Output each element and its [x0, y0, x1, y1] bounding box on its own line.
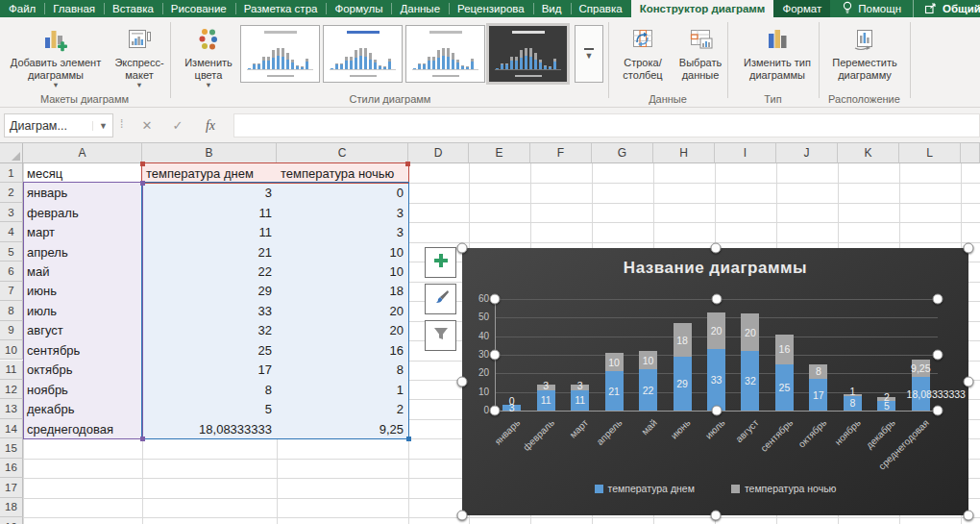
cell[interactable]: 25	[142, 340, 277, 360]
cell[interactable]: 22	[142, 262, 277, 281]
row-header-5[interactable]: 5	[0, 242, 23, 262]
row-column-button[interactable]: Строка/ столбец	[615, 19, 671, 98]
cancel-entry-button[interactable]: ✕	[135, 113, 159, 137]
row-header-6[interactable]: 6	[0, 262, 23, 281]
cell[interactable]: июнь	[23, 282, 142, 301]
ribbon-tab-1[interactable]: Файл	[0, 0, 44, 17]
ribbon-tab-3[interactable]: Вставка	[104, 0, 162, 17]
legend-item[interactable]: температура ночью	[731, 483, 837, 494]
row-header-17[interactable]: 17	[0, 478, 23, 497]
row-header-13[interactable]: 13	[0, 399, 23, 418]
cell[interactable]: 2	[277, 399, 408, 418]
change-colors-button[interactable]: Изменить цвета ▼	[177, 19, 240, 98]
cell[interactable]: декабрь	[23, 399, 142, 418]
selection-handle[interactable]	[933, 350, 943, 361]
help-button[interactable]: Помощн	[830, 0, 913, 17]
cell[interactable]: 21	[142, 242, 277, 262]
chart-title[interactable]: Название диаграммы	[462, 259, 968, 278]
formula-input[interactable]	[233, 113, 980, 137]
row-header-4[interactable]: 4	[0, 222, 23, 241]
row-header-11[interactable]: 11	[0, 361, 23, 380]
selection-handle[interactable]	[933, 294, 943, 305]
cell[interactable]: 3	[142, 183, 277, 202]
ribbon-tab-5[interactable]: Разметка стра	[235, 0, 327, 17]
column-header-G[interactable]: G	[592, 143, 653, 163]
ribbon-tab-2[interactable]: Главная	[44, 0, 104, 17]
row-header-9[interactable]: 9	[0, 321, 23, 340]
cell[interactable]: 3	[277, 222, 408, 241]
chart-style-thumb-3[interactable]	[405, 25, 485, 83]
selection-handle[interactable]	[964, 377, 974, 387]
row-header-7[interactable]: 7	[0, 282, 23, 301]
cell[interactable]: 16	[277, 340, 408, 360]
select-data-button[interactable]: Выбрать данные	[673, 19, 728, 98]
ribbon-tab-6[interactable]: Формулы	[326, 0, 391, 17]
cell[interactable]: сентябрь	[23, 340, 142, 360]
selection-handle[interactable]	[964, 511, 974, 521]
cell[interactable]: 8	[142, 380, 277, 399]
name-box[interactable]: Диаграм... ▼	[4, 113, 113, 137]
chart[interactable]: Название диаграммы010203040506030январь1…	[462, 248, 968, 515]
column-header-A[interactable]: A	[23, 143, 142, 163]
cell[interactable]: ноябрь	[23, 380, 142, 399]
selection-handle[interactable]	[933, 406, 943, 416]
column-header-L[interactable]: L	[899, 143, 961, 163]
chart-legend[interactable]: температура днемтемпература ночью	[462, 483, 968, 494]
cell[interactable]: июль	[23, 301, 142, 320]
formula-bar-grip[interactable]: ⁞	[120, 117, 123, 131]
chart-filters-button[interactable]	[425, 320, 456, 351]
column-header-F[interactable]: F	[530, 143, 592, 163]
cell[interactable]: 1	[277, 380, 408, 399]
cell[interactable]: январь	[23, 183, 142, 202]
row-header-14[interactable]: 14	[0, 419, 23, 438]
cell[interactable]: 3	[277, 203, 408, 222]
move-chart-button[interactable]: Переместить диаграмму	[824, 19, 905, 98]
cell[interactable]: февраль	[23, 203, 142, 222]
row-header-15[interactable]: 15	[0, 438, 23, 458]
cell[interactable]: октябрь	[23, 361, 142, 380]
selection-handle[interactable]	[711, 406, 722, 416]
cell[interactable]: 8	[277, 361, 408, 380]
ribbon-tab-7[interactable]: Данные	[391, 0, 449, 17]
cell[interactable]: май	[23, 262, 142, 281]
legend-item[interactable]: температура днем	[595, 483, 695, 494]
column-header-I[interactable]: I	[715, 143, 776, 163]
change-chart-type-button[interactable]: Изменить тип диаграммы	[738, 19, 817, 98]
add-chart-element-button[interactable]: Добавить элемент диаграммы ▼	[2, 19, 110, 98]
cell[interactable]: 18	[277, 282, 408, 301]
cell[interactable]: август	[23, 321, 142, 340]
cell[interactable]: 10	[277, 262, 408, 281]
column-header-H[interactable]: H	[653, 143, 715, 163]
cell[interactable]: 0	[277, 183, 408, 202]
column-header-K[interactable]: K	[838, 143, 899, 163]
column-header-D[interactable]: D	[408, 143, 469, 163]
cell[interactable]: 33	[142, 301, 277, 320]
cell[interactable]: 10	[277, 242, 408, 262]
row-header-10[interactable]: 10	[0, 340, 23, 360]
quick-layout-button[interactable]: Экспресс-макет ▼	[110, 19, 169, 98]
chart-style-thumb-2[interactable]	[323, 25, 403, 83]
cell[interactable]: 18,08333333	[142, 419, 277, 438]
select-all-button[interactable]	[0, 143, 23, 163]
selection-handle[interactable]	[710, 243, 721, 254]
ribbon-tab-12[interactable]: Формат	[773, 0, 830, 17]
chart-elements-button[interactable]	[425, 247, 456, 278]
cell[interactable]: температура днем	[142, 163, 277, 183]
cell[interactable]: 5	[142, 399, 277, 418]
gallery-more-button[interactable]: ▼	[575, 25, 603, 83]
column-header-B[interactable]: B	[142, 143, 277, 163]
row-header-2[interactable]: 2	[0, 183, 23, 202]
row-header-1[interactable]: 1	[0, 163, 23, 183]
ribbon-tab-9[interactable]: Вид	[533, 0, 571, 17]
column-header-E[interactable]: E	[469, 143, 530, 163]
selection-handle[interactable]	[490, 406, 501, 416]
row-header-8[interactable]: 8	[0, 301, 23, 320]
cell[interactable]: март	[23, 222, 142, 241]
row-header-12[interactable]: 12	[0, 380, 23, 399]
selection-handle[interactable]	[490, 350, 501, 361]
cell[interactable]: среднегодовая	[23, 419, 142, 438]
chart-style-thumb-4[interactable]	[488, 25, 568, 83]
cell[interactable]: 17	[142, 361, 277, 380]
cell[interactable]: температура ночью	[277, 163, 408, 183]
column-header-J[interactable]: J	[776, 143, 838, 163]
